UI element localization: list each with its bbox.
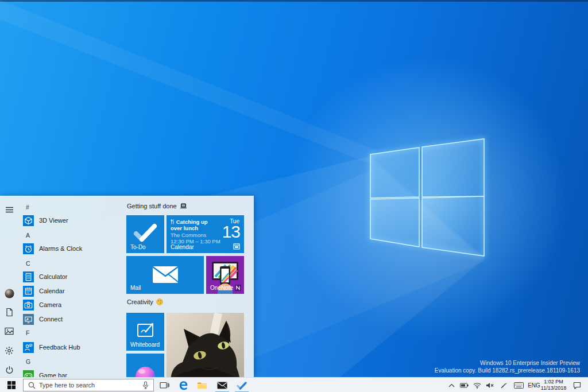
rail-settings-icon[interactable] [3,344,16,357]
edge-icon [178,380,189,391]
app-item-game-bar[interactable]: Game bar [23,370,122,377]
start-button[interactable] [0,378,23,392]
hidden-icons-chevron[interactable] [446,378,457,392]
calendar-icon [23,286,34,297]
taskbar: ENG 1:02 PM 11/13/2018 [0,377,588,392]
group-title-text: Getting stuff done [127,203,177,209]
tile-to-do[interactable]: To-Do [126,215,164,253]
game-bar-icon [23,370,34,378]
event-title-text: Catching up over lunch [171,219,208,231]
app-section-A[interactable]: A [26,232,30,239]
3d-viewer-icon [23,215,34,226]
clock-date: 11/13/2018 [537,385,570,391]
touch-keyboard[interactable] [512,378,525,392]
action-center-button[interactable] [570,378,585,392]
tile-photos-cat[interactable] [167,313,244,377]
taskbar-search[interactable] [23,379,154,391]
keyboard-icon [514,382,524,389]
cortana-mic-icon[interactable] [142,381,149,389]
volume-status[interactable] [484,378,496,392]
app-label: Feedback Hub [39,344,80,351]
tile-label: Mail [130,285,141,291]
connect-icon [23,314,34,325]
tile-group-title-getting-stuff-done: Getting stuff done [127,202,187,210]
clock-time: 1:02 PM [537,379,570,385]
file-explorer-icon [197,381,207,390]
tile-label: OneNote [210,285,233,291]
tile-label: Calendar [171,244,194,250]
app-label: Alarms & Clock [39,245,82,252]
to-do-check-icon [237,381,247,390]
build-watermark: Windows 10 Enterprise Insider Preview Ev… [435,359,580,374]
mail-icon [217,382,227,389]
task-view-icon [160,381,169,390]
app-item-feedback-hub[interactable]: Feedback Hub [23,341,122,353]
group-title-text: Creativity [127,298,153,305]
camera-icon [23,300,34,311]
volume-muted-icon [486,382,494,389]
calendar-mini-icon [233,243,240,250]
feedback-hub-icon [23,342,34,353]
app-section-#[interactable]: # [26,204,29,211]
calendar-event-location: The Commons [171,232,206,238]
palette-emoji [156,298,163,305]
utensils-emoji [171,219,175,224]
task-view-button[interactable] [156,378,172,392]
tile-group-title-creativity: Creativity [127,298,163,306]
network-status[interactable] [471,378,483,392]
rail-documents-icon[interactable] [3,306,16,319]
rail-power-icon[interactable] [3,363,16,376]
app-label: 3D Viewer [39,217,68,224]
rail-pictures-icon[interactable] [3,325,16,337]
app-label: Calculator [39,273,68,280]
desktop: Windows 10 Enterprise Insider Preview Ev… [0,0,588,392]
cat-photo [167,313,244,377]
rail-user-avatar-icon[interactable] [3,287,16,300]
chevron-up-icon [448,383,455,387]
search-input[interactable] [39,382,138,389]
taskbar-clock[interactable]: 1:02 PM 11/13/2018 [537,379,570,391]
tile-paint3d[interactable] [126,354,164,377]
app-item-calculator[interactable]: Calculator [23,271,122,282]
file-explorer-button[interactable] [194,378,211,392]
tile-calendar[interactable]: Catching up over lunch The Commons 12:30… [167,215,244,253]
laptop-emoji [180,203,187,209]
app-item-alarms-clock[interactable]: Alarms & Clock [23,243,122,254]
build-watermark-line1: Windows 10 Enterprise Insider Preview [435,359,580,367]
wifi-icon [473,382,481,389]
app-label: Game bar [39,372,67,377]
calculator-icon [23,271,34,282]
build-watermark-line2: Evaluation copy. Build 18282.rs_prerelea… [435,367,580,374]
app-section-F[interactable]: F [26,329,29,336]
tile-label: Whiteboard [130,341,160,348]
gradient-sphere-icon [126,354,164,377]
tile-onenote[interactable]: OneNote [206,256,244,294]
battery-status[interactable] [458,378,470,392]
tile-mail[interactable]: Mail [126,256,204,294]
app-item-calendar[interactable]: Calendar [23,285,122,297]
pen-icon [500,382,508,389]
tile-whiteboard[interactable]: Whiteboard [126,313,164,351]
battery-icon [460,383,469,388]
app-item-connect[interactable]: Connect [23,313,122,325]
rail-hamburger-menu-icon[interactable] [3,203,16,216]
tile-label: To-Do [130,244,146,250]
app-section-C[interactable]: C [26,260,30,267]
calendar-event-title: Catching up over lunch [171,219,218,231]
to-do-button[interactable] [233,378,250,392]
onenote-logo-icon [235,285,241,291]
app-label: Calendar [39,288,65,294]
app-item-camera[interactable]: Camera [23,299,122,311]
calendar-day-number: 13 [222,222,240,242]
edge-button[interactable] [175,378,192,392]
start-menu: #3D ViewerAAlarms & ClockCCalculatorCale… [0,196,254,377]
app-section-G[interactable]: G [26,358,30,365]
mail-button[interactable] [214,378,231,392]
app-item-3d-viewer[interactable]: 3D Viewer [23,215,122,226]
app-label: Camera [39,301,61,308]
windows-start-icon [7,381,16,389]
search-icon [28,382,36,389]
windows-ink-workspace[interactable] [497,378,510,392]
app-label: Connect [39,316,63,323]
alarms-clock-icon [23,243,34,254]
